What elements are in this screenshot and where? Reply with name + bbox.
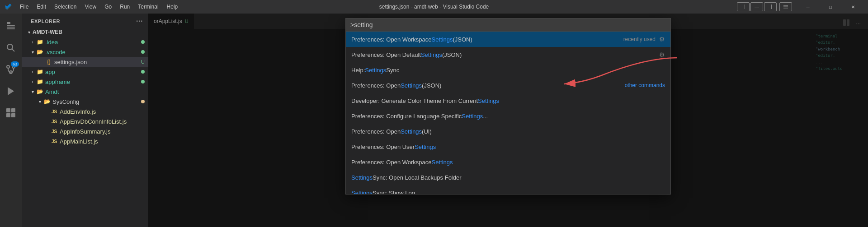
cmd-highlight-9: Settings [351, 174, 373, 181]
layout-sidebar-icon[interactable] [737, 2, 750, 11]
sidebar-item-appmainlist-label: AppMainList.js [60, 138, 148, 145]
cmd-prefix-5: Preferences: Configure Language Specific [351, 113, 462, 120]
svg-rect-2 [783, 8, 788, 9]
svg-rect-4 [7, 25, 15, 26]
activity-run[interactable] [0, 80, 22, 102]
tree-root[interactable]: ▾ AMDT-WEB [22, 27, 148, 37]
chevron-down-icon: ▾ [25, 30, 33, 35]
minimize-button[interactable]: ─ [797, 0, 818, 14]
tree-item-app[interactable]: › 📁 app [22, 67, 148, 77]
cmd-prefix-6: Preferences: Open [351, 128, 401, 135]
tree-item-addenvinfo[interactable]: JS AddEnvInfo.js [22, 107, 148, 116]
cmd-highlight-6: Settings [401, 128, 422, 135]
menu-selection[interactable]: Selection [51, 3, 80, 11]
menu-edit[interactable]: Edit [33, 3, 50, 11]
layout-panel-icon[interactable] [750, 2, 763, 11]
cmd-highlight-0: Settings [432, 36, 453, 43]
svg-rect-15 [6, 113, 10, 117]
cmd-highlight-7: Settings [415, 144, 436, 150]
menu-go[interactable]: Go [101, 3, 115, 11]
command-item-4[interactable]: Developer: Generate Color Theme From Cur… [346, 93, 670, 108]
tree-item-appframe[interactable]: › 📁 appframe [22, 77, 148, 87]
modified-dot [141, 40, 145, 44]
command-item-0[interactable]: Preferences: Open Workspace Settings (JS… [346, 32, 670, 47]
command-list: Preferences: Open Workspace Settings (JS… [346, 32, 670, 194]
sidebar-item-amdt-label: Amdt [45, 88, 148, 95]
command-item-left-3: Preferences: Open Settings (JSON) [351, 82, 625, 89]
activity-source-control[interactable]: 63 [0, 59, 22, 80]
cmd-highlight-2: Settings [365, 67, 386, 74]
cmd-prefix-7: Preferences: Open User [351, 144, 415, 150]
menu-file[interactable]: File [16, 3, 32, 11]
cmd-suffix-9: Sync: Open Local Backups Folder [373, 174, 462, 181]
tree-item-appenvdbconn[interactable]: JS AppEnvDbConnInfoList.js [22, 116, 148, 126]
command-palette-overlay: Preferences: Open Workspace Settings (JS… [148, 14, 868, 227]
main-layout: 63 EXPLORER ··· ▾ AMDT-WEB › 📁 .idea ▾ [0, 14, 868, 227]
cmd-suffix-10: Sync: Show Log [373, 190, 415, 195]
sidebar-title: EXPLORER [31, 19, 60, 24]
gear-icon[interactable]: ⚙ [659, 51, 665, 58]
gear-icon[interactable]: ⚙ [659, 36, 665, 43]
tree-item-appinfosummary[interactable]: JS AppInfoSummary.js [22, 126, 148, 136]
command-item-right-0: recently used ⚙ [623, 36, 665, 43]
sidebar-item-sysconfig-label: SysConfig [52, 98, 141, 105]
command-item-left-2: Help: Settings Sync [351, 67, 665, 74]
source-control-badge: 63 [11, 61, 19, 67]
cmd-suffix-3: (JSON) [422, 82, 441, 89]
tree-item-amdt[interactable]: ▾ 📂 Amdt [22, 87, 148, 97]
command-item-7[interactable]: Preferences: Open User Settings [346, 139, 670, 154]
activity-search[interactable] [0, 37, 22, 59]
sidebar-more-button[interactable]: ··· [136, 17, 143, 25]
activity-extensions[interactable] [0, 102, 22, 124]
command-item-3[interactable]: Preferences: Open Settings (JSON) other … [346, 78, 670, 93]
sidebar: EXPLORER ··· ▾ AMDT-WEB › 📁 .idea ▾ 📂 .v… [22, 14, 148, 227]
vscode-logo-icon [5, 3, 12, 10]
activity-bar: 63 [0, 14, 22, 227]
cmd-suffix-0: (JSON) [453, 36, 472, 43]
folder-open-icon: 📂 [36, 49, 43, 55]
command-item-1[interactable]: Preferences: Open Default Settings (JSON… [346, 47, 670, 62]
menu-view[interactable]: View [81, 3, 100, 11]
other-commands-link[interactable]: other commands [625, 82, 665, 88]
command-item-right-3: other commands [625, 82, 665, 88]
svg-line-8 [12, 49, 15, 52]
command-item-8[interactable]: Preferences: Open Workspace Settings [346, 154, 670, 170]
cmd-prefix-3: Preferences: Open [351, 82, 401, 89]
root-label: AMDT-WEB [33, 29, 62, 35]
command-palette: Preferences: Open Workspace Settings (JS… [345, 18, 671, 195]
tree-item-vscode[interactable]: ▾ 📂 .vscode [22, 47, 148, 57]
command-item-9[interactable]: Settings Sync: Open Local Backups Folder [346, 170, 670, 185]
cmd-prefix-4: Developer: Generate Color Theme From Cur… [351, 97, 478, 104]
window-title: settings.json - amdt-web - Visual Studio… [379, 4, 489, 10]
command-item-2[interactable]: Help: Settings Sync [346, 62, 670, 78]
layout-both-icon[interactable] [764, 2, 777, 11]
menu-run[interactable]: Run [116, 3, 133, 11]
chevron-down-icon: ▾ [29, 89, 36, 94]
tree-item-idea[interactable]: › 📁 .idea [22, 37, 148, 47]
menu-terminal[interactable]: Terminal [134, 3, 162, 11]
activity-explorer[interactable] [0, 15, 22, 37]
command-item-5[interactable]: Preferences: Configure Language Specific… [346, 108, 670, 124]
command-item-6[interactable]: Preferences: Open Settings (UI) [346, 124, 670, 139]
maximize-button[interactable]: □ [820, 0, 841, 14]
sidebar-item-appframe-label: appframe [45, 79, 141, 85]
customize-layout-icon[interactable] [779, 2, 792, 11]
tree-item-settings-json[interactable]: {} settings.json U [22, 57, 148, 67]
command-palette-input[interactable] [350, 21, 666, 28]
cmd-highlight-3: Settings [401, 82, 422, 89]
chevron-down-icon: ▾ [36, 99, 43, 104]
svg-rect-14 [11, 108, 15, 112]
cmd-highlight-10: Settings [351, 190, 373, 195]
close-button[interactable]: ✕ [843, 0, 863, 14]
command-item-10[interactable]: Settings Sync: Show Log [346, 185, 670, 194]
tree-item-sysconfig[interactable]: ▾ 📂 SysConfig [22, 97, 148, 107]
cmd-highlight-4: Settings [478, 97, 499, 104]
tree-item-appmainlist[interactable]: JS AppMainList.js [22, 136, 148, 146]
cmd-suffix-6: (UI) [422, 128, 432, 135]
modified-dot [141, 100, 145, 103]
command-item-left-1: Preferences: Open Default Settings (JSON… [351, 51, 659, 58]
menu-help[interactable]: Help [163, 3, 182, 11]
sidebar-item-idea-label: .idea [45, 39, 141, 46]
cmd-highlight-8: Settings [432, 159, 453, 166]
svg-rect-1 [783, 7, 788, 8]
